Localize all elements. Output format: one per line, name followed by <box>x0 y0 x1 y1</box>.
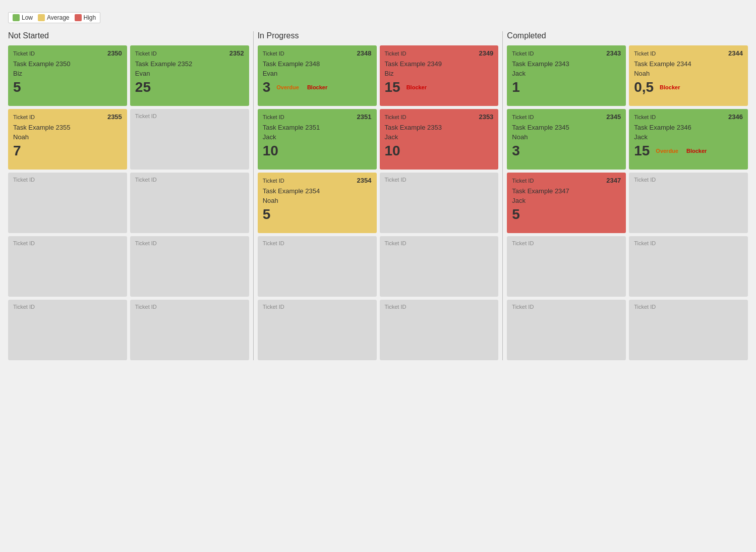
ticket-card[interactable]: Ticket ID 2343 Task Example 2343 Jack 1 <box>507 45 626 106</box>
ticket-card[interactable]: Ticket ID 2348 Task Example 2348 Evan 3 … <box>258 45 377 106</box>
legend-label: High <box>84 14 96 21</box>
card-header: Ticket ID <box>385 304 494 310</box>
ticket-card[interactable]: Ticket ID <box>8 300 127 360</box>
card-number: 5 <box>263 206 271 223</box>
legend-item: Average <box>38 14 69 21</box>
ticket-id-label: Ticket ID <box>135 304 157 310</box>
card-number: 15 <box>634 143 650 159</box>
ticket-id: 2345 <box>606 113 621 121</box>
card-assignee: Jack <box>512 70 621 77</box>
legend-label: Average <box>47 14 69 21</box>
ticket-id-label: Ticket ID <box>385 240 406 246</box>
ticket-card[interactable]: Ticket ID 2345 Task Example 2345 Noah 3 <box>507 109 626 170</box>
cards-grid: Ticket ID 2348 Task Example 2348 Evan 3 … <box>258 45 499 360</box>
card-assignee: Biz <box>13 70 122 77</box>
ticket-card[interactable]: Ticket ID <box>130 173 249 233</box>
ticket-id: 2348 <box>357 49 372 57</box>
ticket-card[interactable]: Ticket ID <box>8 173 127 233</box>
column-completed: Completed Ticket ID 2343 Task Example 23… <box>502 31 748 360</box>
ticket-id-label: Ticket ID <box>263 114 284 120</box>
legend-color <box>38 14 45 21</box>
ticket-card[interactable]: Ticket ID <box>130 300 249 360</box>
card-footer: 15 Blocker <box>385 79 494 95</box>
ticket-card[interactable]: Ticket ID 2347 Task Example 2347 Jack 5 <box>507 173 626 233</box>
ticket-card[interactable]: Ticket ID 2354 Task Example 2354 Noah 5 <box>258 173 377 233</box>
card-footer: 3 <box>512 143 621 159</box>
cards-grid: Ticket ID 2343 Task Example 2343 Jack 1 … <box>507 45 748 360</box>
card-footer: 10 <box>385 143 494 159</box>
overdue-badge: Overdue <box>274 84 301 91</box>
ticket-card[interactable]: Ticket ID 2344 Task Example 2344 Noah 0,… <box>629 45 748 106</box>
card-assignee: Jack <box>634 133 743 141</box>
card-header: Ticket ID 2351 <box>263 113 372 121</box>
ticket-card[interactable]: Ticket ID 2353 Task Example 2353 Jack 10 <box>380 109 499 170</box>
ticket-card[interactable]: Ticket ID 2351 Task Example 2351 Jack 10 <box>258 109 377 170</box>
card-assignee: Evan <box>263 70 372 77</box>
ticket-card[interactable]: Ticket ID <box>629 236 748 297</box>
card-header: Ticket ID <box>263 304 372 310</box>
ticket-id: 2352 <box>229 49 244 57</box>
ticket-card[interactable]: Ticket ID 2355 Task Example 2355 Noah 7 <box>8 109 127 170</box>
ticket-card[interactable]: Ticket ID 2349 Task Example 2349 Biz 15 … <box>380 45 499 106</box>
card-footer: 25 <box>135 79 244 95</box>
ticket-id: 2355 <box>107 113 122 121</box>
card-number: 5 <box>13 79 21 95</box>
card-header: Ticket ID <box>512 240 621 246</box>
ticket-card[interactable]: Ticket ID <box>380 173 499 233</box>
ticket-id-label: Ticket ID <box>512 240 534 246</box>
ticket-card[interactable]: Ticket ID <box>507 300 626 360</box>
ticket-card[interactable]: Ticket ID <box>380 236 499 297</box>
column-in-progress: In Progress Ticket ID 2348 Task Example … <box>253 31 503 360</box>
card-number: 7 <box>13 143 21 159</box>
card-assignee: Noah <box>263 197 372 204</box>
card-title: Task Example 2345 <box>512 124 621 131</box>
card-assignee: Evan <box>135 70 244 77</box>
column-not-started: Not Started Ticket ID 2350 Task Example … <box>8 31 253 360</box>
blocker-badge: Blocker <box>684 147 709 154</box>
card-header: Ticket ID 2347 <box>512 177 621 184</box>
board: Not Started Ticket ID 2350 Task Example … <box>8 31 748 360</box>
ticket-card[interactable]: Ticket ID 2350 Task Example 2350 Biz 5 <box>8 45 127 106</box>
blocker-badge: Blocker <box>305 84 329 91</box>
card-header: Ticket ID 2352 <box>135 49 244 57</box>
ticket-id-label: Ticket ID <box>385 304 406 310</box>
card-header: Ticket ID <box>634 240 743 246</box>
card-header: Ticket ID <box>13 177 122 183</box>
column-title: Completed <box>507 31 748 40</box>
ticket-card[interactable]: Ticket ID <box>380 300 499 360</box>
card-title: Task Example 2355 <box>13 124 122 131</box>
card-header: Ticket ID <box>512 304 621 310</box>
ticket-id-label: Ticket ID <box>263 178 284 184</box>
ticket-id: 2349 <box>479 49 493 57</box>
ticket-id-label: Ticket ID <box>512 304 534 310</box>
card-title: Task Example 2344 <box>634 60 743 68</box>
ticket-card[interactable]: Ticket ID 2352 Task Example 2352 Evan 25 <box>130 45 249 106</box>
card-header: Ticket ID 2354 <box>263 177 372 184</box>
blocker-badge: Blocker <box>658 84 682 91</box>
ticket-id: 2350 <box>107 49 122 57</box>
card-title: Task Example 2348 <box>263 60 372 68</box>
card-header: Ticket ID 2350 <box>13 49 122 57</box>
ticket-id-label: Ticket ID <box>634 114 656 120</box>
card-number: 10 <box>385 143 400 159</box>
card-header: Ticket ID <box>135 304 244 310</box>
ticket-card[interactable]: Ticket ID 2346 Task Example 2346 Jack 15… <box>629 109 748 170</box>
ticket-card[interactable]: Ticket ID <box>258 300 377 360</box>
card-header: Ticket ID <box>13 240 122 246</box>
ticket-id: 2343 <box>606 49 621 57</box>
ticket-card[interactable]: Ticket ID <box>629 300 748 360</box>
ticket-id-label: Ticket ID <box>512 178 534 184</box>
card-title: Task Example 2349 <box>385 60 494 68</box>
ticket-id: 2344 <box>728 49 743 57</box>
ticket-card[interactable]: Ticket ID <box>130 109 249 170</box>
ticket-card[interactable]: Ticket ID <box>629 173 748 233</box>
card-title: Task Example 2346 <box>634 124 743 131</box>
ticket-card[interactable]: Ticket ID <box>8 236 127 297</box>
ticket-id-label: Ticket ID <box>385 114 406 120</box>
legend-color <box>75 14 82 21</box>
ticket-card[interactable]: Ticket ID <box>258 236 377 297</box>
card-assignee: Jack <box>263 133 372 141</box>
ticket-card[interactable]: Ticket ID <box>507 236 626 297</box>
legend-label: Low <box>22 14 33 21</box>
ticket-card[interactable]: Ticket ID <box>130 236 249 297</box>
